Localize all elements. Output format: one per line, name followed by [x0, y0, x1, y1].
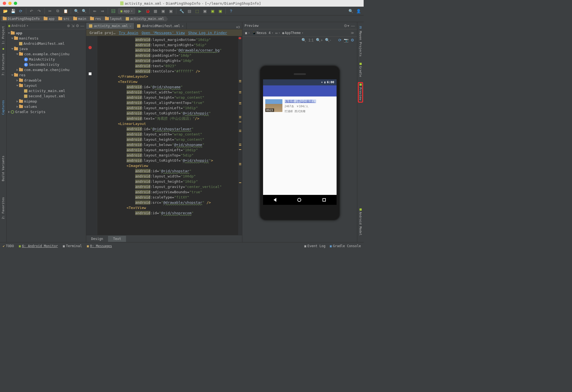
tab-activity-main[interactable]: activity_main.xml × [86, 23, 134, 29]
tree-node[interactable]: manifests [7, 36, 86, 41]
gear-icon[interactable]: ⚙▾ [344, 23, 349, 28]
code-editor[interactable]: android:layout_marginBottom="10dip" andr… [86, 36, 242, 235]
crumb-main[interactable]: main [72, 16, 88, 21]
close-window-icon[interactable] [3, 2, 6, 5]
overview-ruler[interactable] [238, 36, 242, 235]
zoom-fit-icon[interactable]: 🔍 [301, 38, 306, 42]
theme-selector[interactable]: ◉ AppTheme [282, 31, 303, 35]
zoom-out-icon[interactable]: 🔍- [325, 38, 331, 42]
copy-icon[interactable]: ⧉ [55, 8, 61, 14]
crumb-file[interactable]: activity_main.xml [124, 16, 166, 21]
rail-build-variants[interactable]: Build Variants [1, 155, 5, 182]
rail-gradle[interactable]: Gradle [359, 65, 362, 78]
tree-node[interactable]: second_layout.xml [7, 93, 86, 99]
android-monitor-tool[interactable]: ▣6: Android Monitor [19, 244, 58, 248]
paste-icon[interactable]: 📋 [62, 8, 69, 14]
close-icon[interactable]: × [130, 24, 132, 28]
tree-node[interactable]: app [7, 30, 86, 36]
tree-node[interactable]: values [7, 104, 86, 109]
cut-icon[interactable]: ✂ [47, 8, 53, 14]
zoom-actual-icon[interactable]: 1:1 [308, 38, 314, 42]
error-marker-icon[interactable] [88, 46, 92, 49]
nav-forward-icon[interactable]: ⇒ [99, 8, 106, 14]
tree-node[interactable]: drawable [7, 78, 86, 83]
rail-maven[interactable]: Maven Projects [359, 30, 362, 58]
device-screen[interactable]: ▾ ▮ 6:00 8923 海底捞（中山公园店） [263, 79, 337, 205]
crumb-app[interactable]: app [42, 16, 56, 21]
more-icon[interactable]: ≫ [351, 31, 354, 35]
help-icon[interactable]: ? [228, 8, 234, 14]
todo-tool[interactable]: ✔TODO [3, 244, 14, 248]
tree-node[interactable]: res [7, 72, 86, 78]
rail-structure[interactable]: 7: Structure [1, 53, 5, 77]
tree-node[interactable]: mipmap [7, 99, 86, 104]
nav-back-icon[interactable]: ⇐ [92, 8, 98, 14]
rail-android-model[interactable]: Android Model [359, 211, 362, 237]
android2-icon[interactable]: ▣ [217, 8, 223, 14]
save-icon[interactable]: 💾 [10, 8, 16, 14]
settings-icon[interactable]: ⚙ [351, 38, 354, 42]
find-icon[interactable]: 🔍 [73, 8, 79, 14]
replace-icon[interactable]: 🔍 [81, 8, 87, 14]
attach-icon[interactable]: ▣ [160, 8, 166, 14]
tree-node[interactable]: com.example.chenjinhu [7, 67, 86, 72]
profile-icon[interactable]: 👤 [355, 8, 361, 14]
zoom-in-icon[interactable]: 🔍+ [316, 38, 323, 42]
hide-icon[interactable]: — [351, 23, 355, 28]
gradle-console-tool[interactable]: ▣Gradle Console [330, 244, 361, 248]
hide-icon[interactable]: — [80, 23, 84, 28]
tree-node[interactable]: activity_main.xml [7, 88, 86, 93]
search-everywhere-icon[interactable]: 🔍 [348, 8, 354, 14]
tab-manifest[interactable]: AndroidManifest.xml × [134, 23, 187, 29]
screenshot-icon[interactable]: 📷 [344, 38, 348, 42]
gear-icon[interactable]: ⚙ [76, 23, 79, 28]
tool-icon[interactable]: 🔧 [179, 8, 185, 14]
tree-node[interactable]: CSecondActivity [7, 62, 86, 67]
tree-node[interactable]: com.example.chenjinhu [7, 51, 86, 57]
tab-count-icon[interactable]: ≡3 [236, 25, 240, 29]
event-log-tool[interactable]: ▣Event Log [304, 244, 325, 248]
terminal-tool[interactable]: ▣Terminal [63, 244, 82, 248]
coverage-icon[interactable]: ▦ [152, 8, 158, 14]
stop-icon[interactable]: ▣ [168, 8, 174, 14]
breakpoint-icon[interactable] [89, 72, 91, 75]
text-tab[interactable]: Text [108, 236, 126, 242]
undo-icon[interactable]: ↶ [28, 8, 35, 14]
messages-tool[interactable]: ▣0: Messages [87, 244, 112, 248]
try-again-link[interactable]: Try Again [119, 31, 138, 35]
crumb-src[interactable]: src [57, 16, 71, 21]
close-icon[interactable]: × [182, 24, 184, 28]
android-icon[interactable]: ▣ [209, 8, 216, 14]
sdk-icon[interactable]: ▣ [202, 8, 208, 14]
minimize-window-icon[interactable] [8, 2, 12, 5]
configuration-selector[interactable]: ▣ [245, 31, 250, 35]
redo-icon[interactable]: ↷ [36, 8, 42, 14]
show-log-link[interactable]: Show Log in Finder [188, 31, 227, 35]
refresh-icon[interactable]: ⟳ [338, 38, 342, 42]
tree-node[interactable]: java [7, 46, 86, 51]
rail-favorites[interactable]: 2: Favorites [1, 196, 5, 220]
run-icon[interactable]: ▶ [137, 8, 143, 14]
orientation-selector[interactable]: ▭ [275, 31, 280, 35]
open-icon[interactable]: 📂 [2, 8, 8, 14]
crumb-project[interactable]: DianPingShopInfo [1, 16, 41, 21]
target-icon[interactable]: ⊕ [67, 23, 70, 28]
design-tab[interactable]: Design [86, 236, 108, 242]
avd-icon[interactable]: ⬚ [194, 8, 200, 14]
project-view-label[interactable]: Android [11, 24, 25, 28]
rail-project[interactable]: 1: Project [1, 25, 5, 45]
sync-icon[interactable]: ⟳ [18, 8, 24, 14]
run-config-selector[interactable]: ▣ app ▾ [118, 8, 135, 14]
tree-node[interactable]: Gradle Scripts [7, 109, 86, 114]
rail-captures[interactable]: Captures [1, 99, 5, 116]
gutter[interactable] [86, 36, 97, 235]
tree-node[interactable]: layout [7, 83, 86, 88]
open-messages-link[interactable]: Open 'Messages' View [141, 31, 185, 35]
tree-node[interactable]: CMainActivity [7, 57, 86, 62]
collapse-icon[interactable]: ⇲ [71, 23, 75, 28]
crumb-res[interactable]: res [88, 16, 103, 21]
tree-node[interactable]: AndroidManifest.xml [7, 41, 86, 46]
tool2-icon[interactable]: ▤ [186, 8, 192, 14]
make-icon[interactable]: 01 [110, 8, 116, 14]
rail-preview[interactable]: Preview [359, 86, 362, 101]
